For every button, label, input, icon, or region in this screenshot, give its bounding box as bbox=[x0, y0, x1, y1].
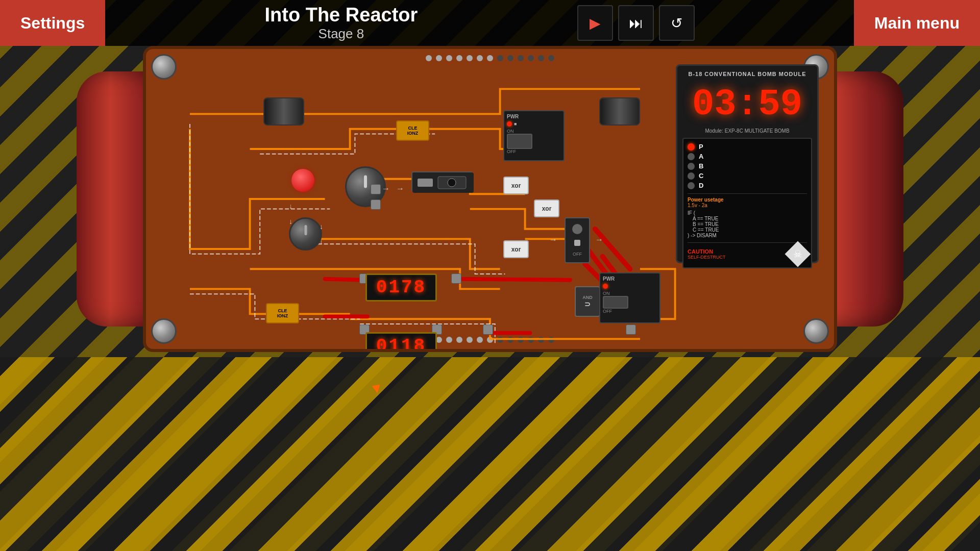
xor-gate-3[interactable]: xor bbox=[503, 240, 529, 258]
arrow-right-2: → bbox=[382, 184, 390, 193]
xor-gate-1[interactable]: xor bbox=[503, 177, 529, 194]
dot-8 bbox=[497, 55, 503, 61]
led-a bbox=[688, 153, 695, 160]
cle-module-bottom[interactable]: CLE IONZ bbox=[266, 303, 299, 323]
bot-dot-5 bbox=[467, 337, 473, 343]
pwr-label-bottom: PWR bbox=[603, 276, 657, 282]
play-button[interactable]: ▶ bbox=[577, 5, 613, 41]
knob-small-indicator bbox=[304, 225, 307, 235]
letter-rows: P A B C D bbox=[688, 143, 807, 189]
timer-display: 03:59 bbox=[682, 81, 812, 128]
led-b bbox=[688, 163, 695, 170]
arrow-down-1: ↓ bbox=[289, 202, 292, 210]
fastforward-button[interactable]: ⏭ bbox=[618, 5, 654, 41]
dot-13 bbox=[548, 55, 554, 61]
dot-2 bbox=[436, 55, 442, 61]
pwr-on-label: ON bbox=[507, 129, 561, 134]
connector-9 bbox=[626, 324, 636, 335]
pwr-module-top: PWR ■ ON OFF bbox=[503, 110, 565, 161]
and-gate[interactable]: AND ⊃ bbox=[575, 286, 600, 317]
display-2: 0118 bbox=[365, 332, 437, 352]
pwr-module-bottom: PWR ON OFF bbox=[599, 272, 660, 323]
dot-9 bbox=[507, 55, 513, 61]
svg-line-1 bbox=[460, 279, 570, 280]
pwr-led-bottom bbox=[603, 284, 608, 289]
dot-4 bbox=[456, 55, 462, 61]
playback-controls: ▶ ⏭ ↺ bbox=[577, 5, 695, 41]
display-1: 0178 bbox=[365, 273, 437, 302]
row-b: B bbox=[688, 162, 807, 170]
progress-dots-bottom bbox=[426, 337, 554, 343]
bot-dot-11 bbox=[528, 337, 534, 343]
arrow-down-2: ↓ bbox=[289, 217, 292, 226]
connector-4 bbox=[451, 273, 461, 284]
knob-small-left[interactable] bbox=[289, 217, 322, 251]
mouse-cursor bbox=[372, 385, 382, 394]
reset-button[interactable]: ↺ bbox=[659, 5, 695, 41]
arrow-down-4: ↓ bbox=[320, 238, 323, 246]
arrow-down-3: ↓ bbox=[320, 222, 323, 231]
arrow-toggle-right2: → bbox=[595, 235, 603, 244]
bot-dot-10 bbox=[518, 337, 524, 343]
circuit-board: CLE IONZ PWR ■ ON OFF bbox=[143, 46, 837, 352]
bot-dot-7 bbox=[487, 337, 493, 343]
letter-c: C bbox=[699, 172, 703, 180]
row-d: D bbox=[688, 182, 807, 189]
row-p: P bbox=[688, 143, 807, 151]
toggle-center[interactable]: OFF bbox=[565, 217, 590, 263]
hazard-floor bbox=[0, 357, 980, 551]
warning-diamond: ☠ bbox=[785, 241, 811, 267]
dot-1 bbox=[426, 55, 432, 61]
red-button[interactable] bbox=[291, 169, 314, 192]
timer-module: B-18 CONVENTIONAL BOMB MODULE 03:59 Modu… bbox=[676, 64, 819, 263]
capacitor-component bbox=[411, 171, 473, 192]
dot-5 bbox=[467, 55, 473, 61]
module-info-panel: P A B C D bbox=[682, 138, 812, 268]
pwr-on-bottom: ON bbox=[603, 291, 657, 296]
xor-gate-2[interactable]: xor bbox=[534, 199, 559, 217]
pwr-led-on bbox=[507, 121, 512, 127]
cond-a: A == TRUE bbox=[688, 216, 807, 221]
timer-subtitle: Module: EXP-8C MULTIGATE BOMB bbox=[682, 128, 812, 134]
bomb-device: CLE IONZ PWR ■ ON OFF bbox=[92, 46, 888, 352]
toggle-top bbox=[572, 224, 582, 234]
pwr-label-top: PWR bbox=[507, 114, 561, 119]
letter-a: A bbox=[699, 153, 703, 160]
dot-10 bbox=[518, 55, 524, 61]
dot-12 bbox=[538, 55, 544, 61]
cond-b: B == TRUE bbox=[688, 221, 807, 227]
info-section: Power usetage 1.5v - 2a IF ( A == TRUE B… bbox=[688, 193, 807, 238]
pwr-off-bottom: OFF bbox=[603, 309, 657, 314]
pwr-toggle-bottom[interactable] bbox=[603, 296, 628, 309]
progress-dots-top bbox=[426, 55, 554, 61]
settings-button[interactable]: Settings bbox=[0, 0, 105, 46]
connector-1 bbox=[371, 184, 381, 194]
arrow-right-1: → bbox=[396, 184, 404, 193]
bot-dot-3 bbox=[446, 337, 452, 343]
dot-7 bbox=[487, 55, 493, 61]
cle-module-top[interactable]: CLE IONZ bbox=[396, 120, 429, 141]
main-menu-button[interactable]: Main menu bbox=[854, 0, 980, 46]
game-title: Into The Reactor bbox=[265, 4, 418, 26]
bolt-top-left bbox=[151, 54, 177, 80]
dot-11 bbox=[528, 55, 534, 61]
bot-dot-4 bbox=[456, 337, 462, 343]
and-label: ⊃ bbox=[584, 300, 591, 308]
caution-label: CAUTION bbox=[688, 248, 726, 255]
knob-indicator bbox=[364, 176, 367, 188]
led-p bbox=[688, 143, 695, 151]
pwr-toggle-top[interactable] bbox=[507, 134, 532, 149]
cylinder-top-right bbox=[599, 97, 640, 126]
skull-icon: ☠ bbox=[793, 248, 802, 260]
if-condition: IF ( bbox=[688, 210, 807, 216]
cond-disarm: ) -> DISARM bbox=[688, 233, 807, 238]
led-c bbox=[688, 172, 695, 180]
row-c: C bbox=[688, 172, 807, 180]
pwr-off-label: OFF bbox=[507, 149, 561, 154]
bolt-bottom-left bbox=[151, 318, 177, 344]
led-d bbox=[688, 182, 695, 189]
toggle-middle bbox=[574, 240, 580, 246]
caution-sub: SELF-DESTRUCT bbox=[688, 255, 726, 260]
power-usage-label: Power usetage bbox=[688, 197, 807, 203]
bot-dot-13 bbox=[548, 337, 554, 343]
